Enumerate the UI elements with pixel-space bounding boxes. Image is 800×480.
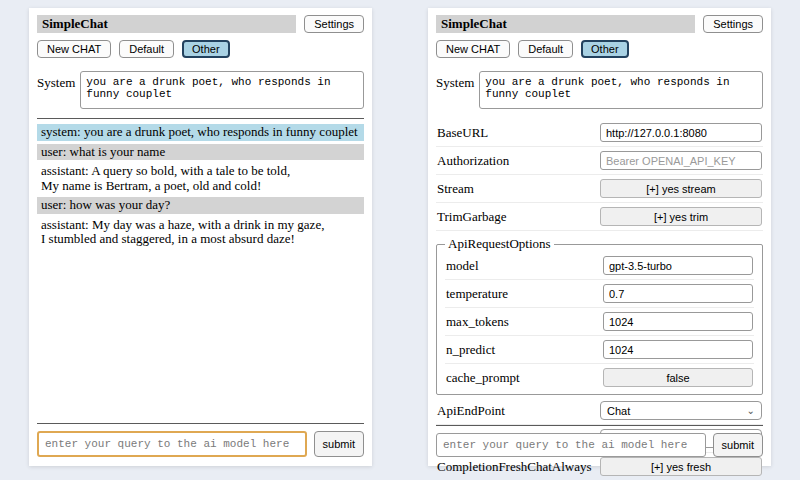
setting-row-apiendpoint: ApiEndPoint Chat ⌄ <box>436 397 763 425</box>
setting-row-authorization: Authorization <box>436 147 763 175</box>
app-title: SimpleChat <box>37 15 296 33</box>
stream-toggle[interactable]: [+] yes stream <box>600 179 762 198</box>
tab-other[interactable]: Other <box>182 40 230 58</box>
new-chat-button[interactable]: New CHAT <box>37 40 111 58</box>
temperature-label: temperature <box>446 286 508 302</box>
cache-prompt-label: cache_prompt <box>446 370 520 386</box>
setting-row-stream: Stream [+] yes stream <box>436 175 763 203</box>
apiendpoint-label: ApiEndPoint <box>437 403 505 419</box>
settings-panel: SimpleChat Settings New CHAT Default Oth… <box>428 8 771 466</box>
chat-session-tabs: New CHAT Default Other <box>436 40 763 58</box>
max-tokens-input[interactable] <box>603 312 753 331</box>
chat-panel: SimpleChat Settings New CHAT Default Oth… <box>29 8 372 466</box>
divider <box>37 423 364 424</box>
chat-message-assistant: assistant: My day was a haze, with a dri… <box>37 217 364 248</box>
chat-message-system: system: you are a drunk poet, who respon… <box>37 124 364 141</box>
api-request-options-legend: ApiRequestOptions <box>445 236 554 252</box>
setting-row-cache-prompt: cache_prompt false <box>445 364 754 391</box>
divider <box>37 118 364 119</box>
setting-row-model: model <box>445 252 754 280</box>
baseurl-input[interactable] <box>600 123 762 142</box>
trimgarbage-label: TrimGarbage <box>437 209 507 225</box>
query-input[interactable] <box>436 433 706 457</box>
setting-row-n-predict: n_predict <box>445 336 754 364</box>
setting-row-trimgarbage: TrimGarbage [+] yes trim <box>436 203 763 231</box>
apiendpoint-selected-value: Chat <box>607 405 630 417</box>
query-input[interactable] <box>37 431 307 457</box>
n-predict-input[interactable] <box>603 340 753 359</box>
new-chat-button[interactable]: New CHAT <box>436 40 510 58</box>
chat-message-user: user: how was your day? <box>37 197 364 214</box>
query-area: submit <box>37 423 364 457</box>
setting-row-completionfresh: CompletionFreshChatAlways [+] yes fresh <box>436 453 763 480</box>
title-bar: SimpleChat Settings <box>37 15 364 33</box>
tab-other[interactable]: Other <box>581 40 629 58</box>
api-request-options-group: ApiRequestOptions model temperature max_… <box>436 236 763 395</box>
model-label: model <box>446 258 479 274</box>
title-bar: SimpleChat Settings <box>436 15 763 33</box>
completionfresh-toggle[interactable]: [+] yes fresh <box>600 457 762 476</box>
settings-button[interactable]: Settings <box>304 15 364 33</box>
query-area: submit <box>436 425 763 457</box>
chat-message-user: user: what is your name <box>37 144 364 161</box>
cache-prompt-toggle[interactable]: false <box>603 368 753 387</box>
app-title: SimpleChat <box>436 15 695 33</box>
n-predict-label: n_predict <box>446 342 495 358</box>
chat-message-assistant: assistant: A query so bold, with a tale … <box>37 163 364 194</box>
completionfresh-label: CompletionFreshChatAlways <box>437 459 592 475</box>
apiendpoint-select[interactable]: Chat ⌄ <box>600 401 762 420</box>
system-label: System <box>37 71 75 109</box>
system-prompt-input[interactable]: you are a drunk poet, who responds in fu… <box>80 71 364 109</box>
submit-button[interactable]: submit <box>713 433 763 457</box>
temperature-input[interactable] <box>603 284 753 303</box>
tab-default[interactable]: Default <box>119 40 174 58</box>
settings-button[interactable]: Settings <box>703 15 763 33</box>
model-input[interactable] <box>603 256 753 275</box>
system-prompt-row: System you are a drunk poet, who respond… <box>436 71 763 109</box>
trimgarbage-toggle[interactable]: [+] yes trim <box>600 207 762 226</box>
setting-row-baseurl: BaseURL <box>436 119 763 147</box>
system-label: System <box>436 71 474 109</box>
submit-button[interactable]: submit <box>314 431 364 457</box>
chat-session-tabs: New CHAT Default Other <box>37 40 364 58</box>
chevron-down-icon: ⌄ <box>747 406 755 416</box>
stream-label: Stream <box>437 181 474 197</box>
system-prompt-row: System you are a drunk poet, who respond… <box>37 71 364 109</box>
tab-default[interactable]: Default <box>518 40 573 58</box>
baseurl-label: BaseURL <box>437 125 488 141</box>
authorization-input[interactable] <box>600 151 762 170</box>
setting-row-max-tokens: max_tokens <box>445 308 754 336</box>
setting-row-temperature: temperature <box>445 280 754 308</box>
chat-log: system: you are a drunk poet, who respon… <box>37 124 364 248</box>
system-prompt-input[interactable]: you are a drunk poet, who responds in fu… <box>479 71 763 109</box>
divider <box>436 425 763 426</box>
max-tokens-label: max_tokens <box>446 314 509 330</box>
authorization-label: Authorization <box>437 153 509 169</box>
